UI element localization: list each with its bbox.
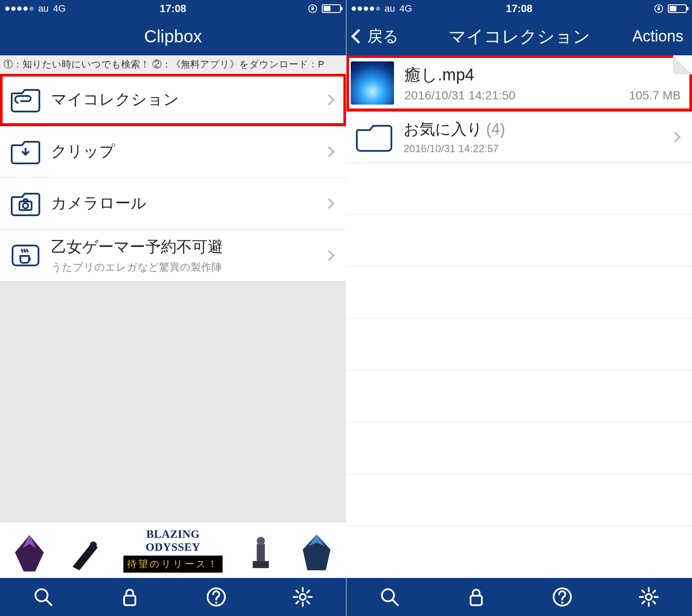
chevron-right-icon (670, 131, 680, 142)
row-title: カメラロール (51, 193, 315, 214)
svg-rect-11 (124, 596, 135, 605)
folder-name: お気に入り(4) (404, 119, 661, 140)
svg-line-36 (653, 601, 655, 603)
svg-line-38 (642, 601, 644, 603)
svg-point-3 (23, 203, 28, 208)
help-icon (205, 586, 227, 608)
lock-icon (119, 586, 141, 608)
svg-rect-6 (257, 544, 265, 561)
search-button[interactable] (377, 584, 403, 610)
row-promo[interactable]: 乙女ゲーマー予約不可避 うたプリのエレガなど驚異の製作陣 (0, 230, 346, 281)
empty-row (346, 474, 692, 526)
svg-line-22 (296, 601, 298, 603)
chevron-right-icon (324, 250, 334, 261)
folder-camera-icon (10, 190, 41, 217)
empty-row (346, 422, 692, 474)
row-title: マイコレクション (51, 89, 315, 110)
battery-icon (668, 4, 687, 13)
page-fold-icon (673, 55, 692, 74)
row-clip[interactable]: クリップ (0, 126, 346, 178)
search-button[interactable] (30, 584, 56, 610)
help-button[interactable] (549, 584, 575, 610)
file-name: 癒し.mp4 (404, 64, 688, 86)
svg-point-29 (561, 602, 564, 604)
chevron-right-icon (324, 94, 334, 105)
status-bar: au 4G 17:08 (346, 0, 692, 17)
ad-character-icon (239, 527, 282, 574)
chevron-left-icon (351, 29, 366, 44)
actions-button[interactable]: Actions (632, 27, 683, 45)
back-label: 戻る (367, 26, 399, 47)
folder-date: 2016/10/31 14:22:57 (404, 143, 661, 155)
back-button[interactable]: 戻る (351, 26, 399, 47)
status-bar: au 4G 17:08 (0, 0, 346, 17)
row-title: クリップ (51, 141, 315, 162)
lock-button[interactable] (463, 584, 489, 610)
navbar: 戻る マイコレクション Actions (346, 17, 692, 55)
folder-clip-icon (10, 86, 41, 114)
svg-point-7 (257, 536, 265, 545)
ticker-notice: ①：知りたい時にいつでも検索！ ②：《無料アプリ》をダウンロード：P (0, 55, 346, 74)
settings-icon (638, 586, 660, 608)
clock-label: 17:08 (160, 3, 186, 15)
ad-character-icon (64, 527, 107, 574)
svg-line-21 (307, 590, 309, 593)
bottom-toolbar (346, 578, 692, 616)
empty-row (346, 370, 692, 422)
file-date: 2016/10/31 14:21:50 (404, 89, 516, 102)
rotation-lock-icon (308, 4, 317, 13)
svg-line-26 (393, 600, 398, 605)
svg-rect-1 (311, 8, 314, 10)
settings-button[interactable] (290, 584, 316, 610)
row-camera-roll[interactable]: カメラロール (0, 178, 346, 230)
page-title: マイコレクション (449, 25, 590, 48)
folder-row[interactable]: お気に入り(4) 2016/10/31 14:22:57 (346, 111, 692, 163)
help-button[interactable] (203, 584, 229, 610)
svg-point-5 (90, 541, 96, 548)
help-icon (551, 586, 573, 608)
row-my-collection[interactable]: マイコレクション (0, 74, 346, 126)
app-title: Clipbox (144, 27, 202, 46)
file-row[interactable]: 癒し.mp4 2016/10/31 14:21:50 105.7 MB (346, 55, 692, 111)
signal-dots-icon (352, 6, 380, 11)
svg-line-10 (46, 600, 51, 605)
svg-rect-27 (471, 596, 482, 605)
svg-point-30 (646, 594, 652, 600)
lock-icon (465, 586, 487, 608)
network-label: 4G (53, 3, 65, 14)
search-icon (379, 586, 400, 608)
empty-row (346, 267, 692, 319)
chevron-right-icon (324, 146, 334, 157)
folder-icon (354, 120, 393, 154)
svg-rect-24 (657, 8, 660, 10)
carrier-label: au (384, 3, 395, 14)
folder-download-icon (10, 138, 41, 166)
screen-home: au 4G 17:08 Clipbox ①：知りたい時にいつでも検索！ ②：《無… (0, 0, 346, 616)
ad-subtitle: 待望のリリース！ (123, 555, 223, 573)
row-subtitle: うたプリのエレガなど驚異の製作陣 (51, 260, 315, 274)
svg-point-13 (215, 602, 218, 604)
empty-area (0, 281, 346, 522)
file-size: 105.7 MB (629, 89, 681, 102)
empty-row (346, 163, 692, 215)
navbar: Clipbox (0, 17, 346, 55)
carrier-label: au (38, 3, 48, 14)
battery-icon (322, 4, 341, 13)
ad-banner[interactable]: BLAZING ODYSSEY 待望のリリース！ (0, 522, 346, 578)
lock-button[interactable] (117, 584, 143, 610)
home-list: マイコレクション クリップ カメラロール (0, 74, 346, 578)
signal-dots-icon (5, 6, 34, 11)
settings-button[interactable] (636, 584, 662, 610)
svg-rect-8 (253, 561, 269, 568)
folder-coffee-icon (10, 242, 41, 269)
ad-character-icon (295, 527, 338, 574)
empty-row (346, 215, 692, 267)
svg-point-14 (300, 594, 306, 600)
chevron-right-icon (324, 198, 334, 209)
folder-count: (4) (486, 120, 505, 138)
ad-character-icon (8, 527, 51, 574)
settings-icon (292, 586, 314, 608)
svg-line-37 (653, 590, 655, 593)
video-thumbnail (351, 61, 394, 105)
empty-row (346, 319, 692, 370)
